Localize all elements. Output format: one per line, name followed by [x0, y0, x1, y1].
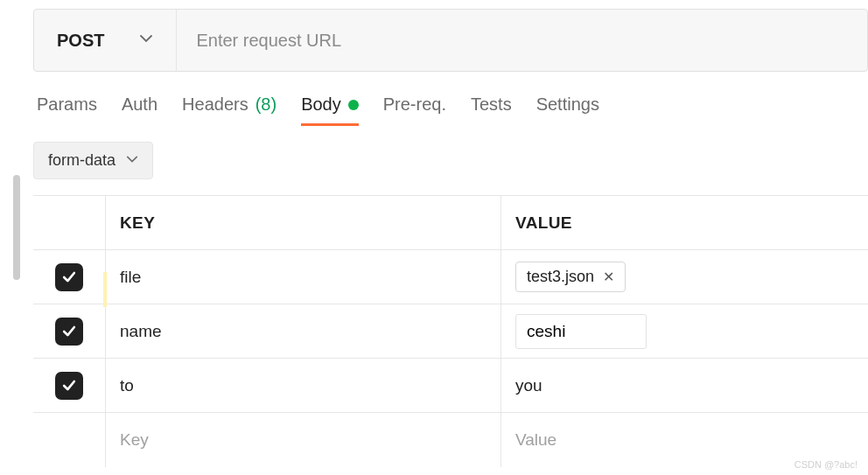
remove-file-icon[interactable]: ✕: [603, 269, 614, 285]
watermark: CSDN @?abc!: [794, 459, 858, 467]
tab-tests[interactable]: Tests: [471, 94, 512, 123]
file-name: test3.json: [527, 268, 594, 286]
form-data-table: KEY VALUE file test3.json ✕: [33, 195, 868, 467]
chevron-down-icon: [126, 153, 138, 169]
chevron-down-icon: [139, 31, 153, 49]
key-cell[interactable]: file: [105, 250, 500, 304]
tab-body[interactable]: Body: [301, 94, 359, 126]
key-cell[interactable]: name: [105, 304, 500, 358]
value-input[interactable]: [515, 314, 647, 349]
url-input[interactable]: [177, 10, 867, 71]
tab-headers[interactable]: Headers (8): [182, 94, 276, 123]
http-method-selector[interactable]: POST: [34, 10, 177, 71]
body-type-selector[interactable]: form-data: [33, 142, 153, 179]
value-cell[interactable]: test3.json ✕: [500, 250, 868, 304]
file-chip: test3.json ✕: [515, 262, 626, 292]
table-row: file test3.json ✕: [33, 250, 868, 304]
row-checkbox[interactable]: [55, 318, 83, 346]
row-checkbox[interactable]: [55, 263, 83, 291]
header-value: VALUE: [500, 196, 868, 249]
header-key: KEY: [105, 196, 500, 249]
body-type-label: form-data: [48, 151, 116, 170]
table-row-placeholder[interactable]: Key Value: [33, 413, 868, 467]
key-placeholder[interactable]: Key: [105, 413, 500, 467]
tab-body-label: Body: [301, 94, 341, 115]
request-url-bar: POST: [33, 9, 868, 72]
request-tabs: Params Auth Headers (8) Body Pre-req. Te…: [33, 94, 868, 126]
value-cell[interactable]: [500, 304, 868, 358]
tab-headers-label: Headers: [182, 94, 248, 115]
body-type-row: form-data: [33, 142, 868, 179]
table-row: name: [33, 304, 868, 359]
table-row: to you: [33, 359, 868, 413]
edit-highlight: [103, 272, 107, 307]
tab-settings[interactable]: Settings: [536, 94, 599, 123]
tab-auth[interactable]: Auth: [122, 94, 158, 123]
scrollbar[interactable]: [13, 175, 20, 280]
headers-count: (8): [256, 94, 276, 115]
tab-prereq[interactable]: Pre-req.: [383, 94, 446, 123]
tab-params[interactable]: Params: [37, 94, 97, 123]
value-cell[interactable]: you: [500, 359, 868, 412]
http-method-label: POST: [57, 31, 104, 51]
row-checkbox[interactable]: [55, 372, 83, 400]
table-header: KEY VALUE: [33, 196, 868, 250]
key-cell[interactable]: to: [105, 359, 500, 412]
body-indicator-icon: [348, 100, 359, 110]
